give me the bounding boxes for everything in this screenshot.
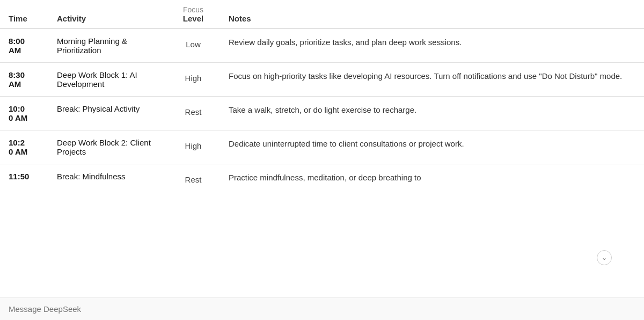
- focus-level-cell: High: [166, 130, 220, 164]
- level-word: Level: [175, 14, 211, 23]
- time-value: 10:00 AM: [9, 104, 27, 122]
- schedule-table: Time Activity Focus Level Notes 8:00AMMo…: [0, 0, 644, 192]
- time-value: 8:30AM: [9, 70, 25, 89]
- notes-cell: Review daily goals, prioritize tasks, an…: [220, 29, 644, 63]
- focus-level-cell: Rest: [166, 164, 220, 192]
- time-cell: 11:50: [0, 164, 48, 192]
- schedule-table-container: Time Activity Focus Level Notes 8:00AMMo…: [0, 0, 644, 297]
- table-row: 10:00 AMBreak: Physical ActivityRestTake…: [0, 97, 644, 130]
- activity-cell: Morning Planning & Prioritization: [48, 29, 166, 63]
- activity-cell: Break: Mindfulness: [48, 164, 166, 192]
- focus-level-column-header: Focus Level: [166, 0, 220, 29]
- activity-cell: Deep Work Block 1: AI Development: [48, 63, 166, 97]
- time-cell: 8:00AM: [0, 29, 48, 63]
- activity-cell: Break: Physical Activity: [48, 97, 166, 130]
- focus-word: Focus: [175, 5, 211, 14]
- chevron-down-icon: ⌄: [602, 254, 607, 261]
- table-row: 8:30AMDeep Work Block 1: AI DevelopmentH…: [0, 63, 644, 97]
- notes-cell: Dedicate uninterrupted time to client co…: [220, 130, 644, 164]
- focus-level-cell: High: [166, 63, 220, 97]
- chat-input[interactable]: [9, 304, 635, 314]
- time-value: 11:50: [9, 172, 29, 181]
- time-column-header: Time: [0, 0, 48, 29]
- notes-cell: Focus on high-priority tasks like develo…: [220, 63, 644, 97]
- time-cell: 10:20 AM: [0, 130, 48, 164]
- time-value: 8:00AM: [9, 37, 25, 55]
- table-row: 11:50Break: MindfulnessRestPractice mind…: [0, 164, 644, 192]
- time-cell: 10:00 AM: [0, 97, 48, 130]
- activity-column-header: Activity: [48, 0, 166, 29]
- focus-level-cell: Rest: [166, 97, 220, 130]
- table-row: 10:20 AMDeep Work Block 2: Client Projec…: [0, 130, 644, 164]
- focus-level-cell: Low: [166, 29, 220, 63]
- notes-column-header: Notes: [220, 0, 644, 29]
- chat-input-bar: [0, 297, 644, 320]
- time-value: 10:20 AM: [9, 138, 27, 156]
- time-cell: 8:30AM: [0, 63, 48, 97]
- notes-cell: Practice mindfulness, meditation, or dee…: [220, 164, 644, 192]
- activity-cell: Deep Work Block 2: Client Projects: [48, 130, 166, 164]
- scroll-down-indicator[interactable]: ⌄: [597, 250, 612, 265]
- table-row: 8:00AMMorning Planning & PrioritizationL…: [0, 29, 644, 63]
- notes-cell: Take a walk, stretch, or do light exerci…: [220, 97, 644, 130]
